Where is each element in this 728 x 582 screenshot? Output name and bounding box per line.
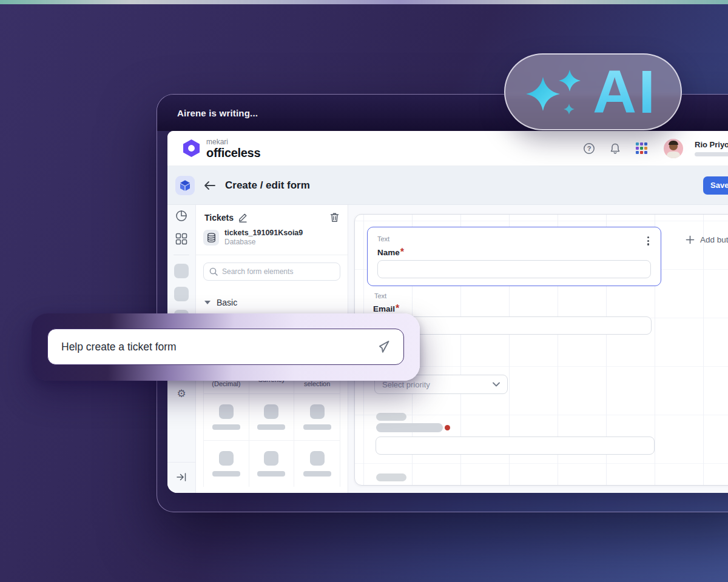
gear-icon[interactable]: ⚙ (174, 386, 189, 401)
ai-prompt-text: Help create a ticket form (61, 341, 374, 353)
field-skeleton-required-dot (445, 425, 450, 430)
chevron-down-icon (493, 382, 500, 387)
element-tile-skeleton[interactable] (204, 393, 249, 440)
database-name: tickets_191091Ksoia9 (224, 229, 303, 238)
field-name-label: Name* (377, 247, 404, 258)
field-skeleton-label (376, 423, 443, 432)
ai-badge-label: AI (593, 55, 657, 132)
user-subtitle-skeleton (695, 152, 728, 156)
page-title: Create / edit form (225, 179, 310, 192)
save-button[interactable]: Save (703, 176, 728, 195)
bell-icon[interactable] (608, 141, 622, 156)
priority-select-placeholder: Select priority (382, 380, 493, 389)
ai-badge: AI (504, 53, 682, 130)
field-type-label: Text (374, 292, 386, 299)
svg-text:?: ? (587, 145, 592, 152)
database-source-item[interactable]: tickets_191091Ksoia9 Database (203, 229, 340, 247)
topbar-actions: ? Rio Priyon (582, 139, 728, 158)
field-type-label: Text (377, 235, 389, 242)
arrow-left-icon (204, 181, 215, 190)
browser-window: Airene is writing... mekari officeless ? (157, 94, 728, 512)
element-search (203, 263, 340, 281)
search-icon (209, 267, 218, 276)
panel-divider (196, 255, 348, 255)
element-tile-skeleton[interactable] (294, 440, 340, 487)
field-email-label: Email* (373, 303, 399, 314)
cube-icon (179, 179, 191, 192)
brand-mekari: mekari (206, 138, 260, 146)
field-name-selected[interactable]: Text Name* (367, 227, 661, 286)
element-tile-skeleton[interactable] (294, 393, 340, 440)
apps-grid-icon[interactable] (634, 141, 649, 156)
brand-officeless: officeless (206, 147, 260, 159)
decor-top-strip (0, 0, 728, 4)
section-basic-toggle[interactable]: Basic (204, 298, 339, 307)
sidebar-skeleton-item (174, 264, 189, 278)
help-icon[interactable]: ? (582, 141, 596, 156)
brand-wordmark: mekari officeless (206, 138, 260, 159)
edit-pencil-icon[interactable] (238, 212, 248, 222)
plus-icon (686, 235, 695, 244)
user-avatar[interactable] (664, 139, 683, 158)
field-skeleton-input (376, 436, 655, 455)
send-icon[interactable] (374, 338, 391, 355)
ai-prompt-input[interactable]: Help create a ticket form (47, 329, 404, 365)
element-tile-skeleton[interactable] (204, 440, 249, 487)
blocks-icon[interactable] (174, 232, 189, 246)
database-icon (203, 230, 219, 246)
add-button[interactable]: Add button (686, 235, 728, 244)
database-info: tickets_191091Ksoia9 Database (224, 229, 303, 247)
app-topbar: mekari officeless ? (167, 131, 728, 166)
sidebar-bottom-divider (167, 462, 195, 463)
section-basic-label: Basic (217, 298, 237, 307)
back-button[interactable] (204, 181, 215, 190)
mekari-hexagon-icon (183, 139, 200, 157)
form-name-label: Tickets (204, 213, 234, 222)
app-screen: mekari officeless ? (167, 131, 728, 493)
ai-prompt-popup: Help create a ticket form (32, 313, 420, 381)
sidebar-item-forms-active[interactable] (175, 176, 195, 195)
brand-logo: mekari officeless (183, 138, 260, 159)
element-tile-skeleton[interactable] (249, 393, 295, 440)
pie-chart-icon[interactable] (174, 209, 189, 223)
ai-status-text: Airene is writing... (177, 108, 258, 118)
collapse-sidebar-icon[interactable] (174, 470, 189, 484)
page-headerbar: Create / edit form Save (167, 166, 728, 205)
search-input[interactable] (222, 267, 334, 276)
sparkles-icon (522, 55, 595, 132)
tile-label: (Decimal) (212, 380, 240, 387)
field-skeleton-type (376, 413, 406, 421)
name-input[interactable] (377, 260, 651, 278)
user-name: Rio Priyon (695, 140, 728, 149)
delete-trash-icon[interactable] (330, 212, 339, 222)
add-button-label: Add button (700, 235, 728, 244)
kebab-menu-icon[interactable] (645, 235, 651, 247)
sidebar-divider (174, 255, 189, 255)
user-info: Rio Priyon (695, 140, 728, 156)
sidebar-skeleton-item (174, 287, 189, 301)
element-tile-skeleton[interactable] (249, 440, 295, 487)
tile-label: selection (304, 380, 330, 387)
database-type: Database (224, 238, 303, 247)
chevron-down-icon (204, 301, 211, 304)
panel-header: Tickets (204, 212, 339, 222)
field-skeleton-type (376, 473, 406, 481)
